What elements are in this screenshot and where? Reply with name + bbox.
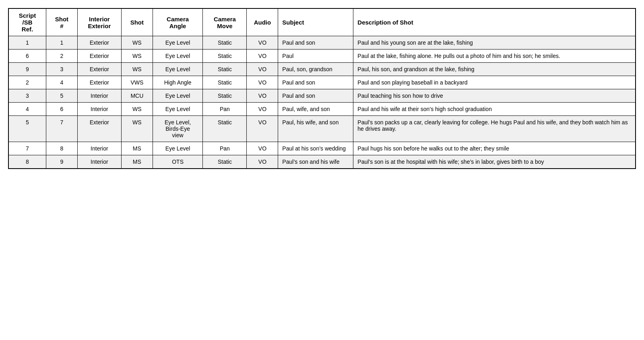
table-cell-shot: MS: [121, 155, 153, 169]
header-camera-move: CameraMove: [203, 8, 247, 36]
table-cell-subject: Paul, wife, and son: [278, 103, 353, 116]
table-cell-camera-angle: OTS: [153, 155, 203, 169]
table-cell-description: Paul teaching his son how to drive: [353, 89, 636, 103]
table-cell-camera-angle: Eye Level: [153, 49, 203, 63]
table-cell-description: Paul’s son is at the hospital with his w…: [353, 155, 636, 169]
table-cell-subject: Paul, his wife, and son: [278, 116, 353, 142]
table-cell-description: Paul and his young son are at the lake, …: [353, 36, 636, 49]
table-row: 46InteriorWSEye LevelPanVOPaul, wife, an…: [8, 103, 636, 116]
table-cell-shot-num: 1: [46, 36, 77, 49]
table-row: 57ExteriorWSEye Level,Birds-EyeviewStati…: [8, 116, 636, 142]
table-cell-description: Paul’s son packs up a car, clearly leavi…: [353, 116, 636, 142]
table-cell-script: 1: [8, 36, 46, 49]
table-cell-camera-move: Pan: [203, 142, 247, 155]
table-cell-audio: VO: [247, 155, 278, 169]
table-cell-camera-move: Static: [203, 155, 247, 169]
table-cell-subject: Paul and son: [278, 36, 353, 49]
table-cell-audio: VO: [247, 36, 278, 49]
table-cell-description: Paul, his son, and grandson at the lake,…: [353, 63, 636, 76]
table-cell-camera-move: Static: [203, 89, 247, 103]
table-cell-description: Paul and son playing baseball in a backy…: [353, 76, 636, 89]
table-cell-script: 8: [8, 155, 46, 169]
shot-list-table-container: Script/SBRef. Shot# InteriorExterior Sho…: [8, 8, 636, 169]
table-cell-subject: Paul and son: [278, 89, 353, 103]
table-cell-audio: VO: [247, 49, 278, 63]
table-cell-shot-num: 4: [46, 76, 77, 89]
table-cell-camera-move: Static: [203, 63, 247, 76]
table-row: 62ExteriorWSEye LevelStaticVOPaulPaul at…: [8, 49, 636, 63]
table-cell-audio: VO: [247, 63, 278, 76]
table-cell-shot: VWS: [121, 76, 153, 89]
header-audio: Audio: [247, 8, 278, 36]
header-camera-angle: CameraAngle: [153, 8, 203, 36]
table-cell-shot: WS: [121, 103, 153, 116]
table-cell-shot-num: 7: [46, 116, 77, 142]
table-cell-camera-angle: Eye Level: [153, 63, 203, 76]
table-cell-subject: Paul: [278, 49, 353, 63]
header-shot-num: Shot#: [46, 8, 77, 36]
table-cell-audio: VO: [247, 142, 278, 155]
table-cell-shot-num: 2: [46, 49, 77, 63]
table-cell-description: Paul hugs his son before he walks out to…: [353, 142, 636, 155]
table-cell-script: 9: [8, 63, 46, 76]
table-cell-int-ext: Interior: [77, 103, 121, 116]
table-row: 93ExteriorWSEye LevelStaticVOPaul, son, …: [8, 63, 636, 76]
table-cell-camera-angle: High Angle: [153, 76, 203, 89]
table-cell-camera-move: Static: [203, 36, 247, 49]
table-cell-subject: Paul at his son’s wedding: [278, 142, 353, 155]
table-row: 11ExteriorWSEye LevelStaticVOPaul and so…: [8, 36, 636, 49]
table-row: 89InteriorMSOTSStaticVOPaul’s son and hi…: [8, 155, 636, 169]
header-shot: Shot: [121, 8, 153, 36]
table-cell-shot: WS: [121, 63, 153, 76]
table-cell-description: Paul and his wife at their son’s high sc…: [353, 103, 636, 116]
header-script: Script/SBRef.: [8, 8, 46, 36]
table-cell-camera-angle: Eye Level: [153, 142, 203, 155]
header-subject: Subject: [278, 8, 353, 36]
table-cell-camera-angle: Eye Level: [153, 103, 203, 116]
table-header-row: Script/SBRef. Shot# InteriorExterior Sho…: [8, 8, 636, 36]
table-cell-subject: Paul and son: [278, 76, 353, 89]
table-body: 11ExteriorWSEye LevelStaticVOPaul and so…: [8, 36, 636, 169]
table-cell-int-ext: Interior: [77, 155, 121, 169]
table-cell-shot-num: 3: [46, 63, 77, 76]
table-cell-shot: WS: [121, 116, 153, 142]
table-cell-int-ext: Exterior: [77, 49, 121, 63]
table-cell-audio: VO: [247, 89, 278, 103]
table-cell-shot: WS: [121, 49, 153, 63]
header-int-ext: InteriorExterior: [77, 8, 121, 36]
table-cell-camera-angle: Eye Level: [153, 36, 203, 49]
table-cell-camera-move: Static: [203, 116, 247, 142]
table-cell-camera-move: Static: [203, 49, 247, 63]
table-cell-int-ext: Exterior: [77, 76, 121, 89]
table-cell-audio: VO: [247, 76, 278, 89]
table-cell-shot: MCU: [121, 89, 153, 103]
table-cell-script: 2: [8, 76, 46, 89]
table-cell-script: 7: [8, 142, 46, 155]
table-cell-shot: MS: [121, 142, 153, 155]
table-row: 78InteriorMSEye LevelPanVOPaul at his so…: [8, 142, 636, 155]
table-row: 35InteriorMCUEye LevelStaticVOPaul and s…: [8, 89, 636, 103]
table-cell-subject: Paul’s son and his wife: [278, 155, 353, 169]
table-cell-shot-num: 5: [46, 89, 77, 103]
table-cell-int-ext: Exterior: [77, 36, 121, 49]
table-cell-audio: VO: [247, 116, 278, 142]
table-cell-script: 3: [8, 89, 46, 103]
table-cell-int-ext: Exterior: [77, 116, 121, 142]
table-cell-script: 5: [8, 116, 46, 142]
table-cell-int-ext: Interior: [77, 142, 121, 155]
table-cell-int-ext: Interior: [77, 89, 121, 103]
table-cell-subject: Paul, son, grandson: [278, 63, 353, 76]
table-cell-camera-move: Static: [203, 76, 247, 89]
table-cell-int-ext: Exterior: [77, 63, 121, 76]
table-cell-shot-num: 8: [46, 142, 77, 155]
table-cell-shot-num: 6: [46, 103, 77, 116]
table-cell-description: Paul at the lake, fishing alone. He pull…: [353, 49, 636, 63]
table-cell-shot-num: 9: [46, 155, 77, 169]
table-cell-script: 4: [8, 103, 46, 116]
table-cell-camera-angle: Eye Level,Birds-Eyeview: [153, 116, 203, 142]
table-row: 24ExteriorVWSHigh AngleStaticVOPaul and …: [8, 76, 636, 89]
shot-list-table: Script/SBRef. Shot# InteriorExterior Sho…: [8, 8, 636, 169]
table-cell-shot: WS: [121, 36, 153, 49]
table-cell-script: 6: [8, 49, 46, 63]
table-cell-audio: VO: [247, 103, 278, 116]
